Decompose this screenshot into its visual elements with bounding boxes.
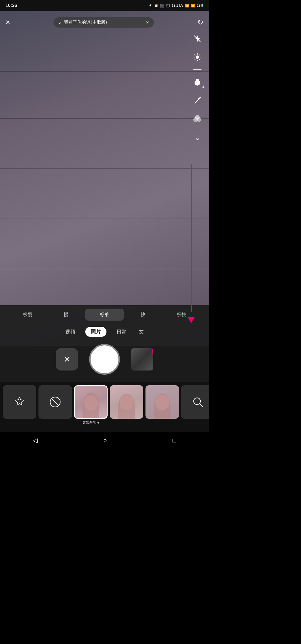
music-title: 我着了你的道(主歌版) (64, 20, 143, 25)
viewfinder (0, 11, 209, 346)
divider (193, 69, 202, 70)
alarm-icon: ⏰ (154, 4, 158, 8)
effect-face3[interactable] (145, 385, 179, 420)
speed-slow[interactable]: 慢 (47, 309, 85, 321)
wifi-icon: 📶 (185, 4, 189, 8)
music-pill[interactable]: ♪ 我着了你的道(主歌版) × (54, 17, 154, 28)
svg-text:✦: ✦ (199, 99, 200, 101)
speed-fast[interactable]: 快 (124, 309, 162, 321)
search-effect-icon-container (181, 385, 209, 419)
mode-bar: 视频 照片 日常 文 (0, 325, 209, 340)
settings-button[interactable] (191, 50, 204, 64)
svg-line-14 (52, 398, 59, 406)
status-time: 10:36 (6, 3, 17, 8)
timer-badge-label: 3 (202, 85, 204, 88)
effect-search[interactable] (181, 385, 209, 420)
svg-text:✦: ✦ (200, 97, 201, 98)
pink-arrow (191, 164, 192, 323)
timer-button[interactable]: 3 (191, 76, 204, 89)
no-effect-icon-container (38, 385, 72, 419)
effect-face2-thumb (110, 385, 143, 419)
chevron-down-icon: ⌄ (194, 133, 201, 142)
flash-off-button[interactable] (191, 32, 204, 45)
network-speed: 13.1 k/s (172, 4, 183, 8)
effect-favorite[interactable] (3, 385, 36, 420)
mode-video[interactable]: 视频 (63, 327, 77, 336)
favorite-icon-container (3, 385, 36, 419)
shutter-row: ✕ (0, 340, 209, 379)
effect-natural-makeup-label: 素颜自然妆 (82, 420, 99, 425)
home-button[interactable]: ○ (100, 434, 110, 447)
vibrate-icon: 📳 (166, 4, 170, 8)
effect-natural-makeup-thumb (74, 385, 108, 419)
svg-point-12 (195, 115, 200, 120)
signal-icon: 📶 (191, 4, 195, 8)
beauty-button[interactable]: ✦ ✦ ✦ (191, 94, 204, 107)
right-icons: 3 ✦ ✦ ✦ ⌄ (191, 32, 204, 144)
svg-line-16 (200, 404, 203, 407)
shutter-button[interactable] (89, 344, 120, 375)
eye-icon: 👁 (149, 4, 152, 8)
effect-none[interactable] (38, 385, 72, 420)
close-button[interactable]: × (6, 18, 10, 27)
music-close-button[interactable]: × (146, 20, 149, 25)
cancel-icon: ✕ (64, 355, 70, 364)
bottom-panel: 极慢 慢 标准 快 极快 视频 照片 日常 文 ✕ (0, 305, 209, 382)
effects-bar: 素颜自然妆 (0, 382, 209, 432)
more-button[interactable]: ⌄ (191, 131, 204, 144)
gallery-thumbnail[interactable] (131, 348, 153, 371)
status-bar: 10:36 👁 ⏰ 📷 📳 13.1 k/s 📶 📶 28% (0, 0, 209, 11)
speed-bar: 极慢 慢 标准 快 极快 (0, 305, 209, 324)
battery-pct: 28% (197, 4, 203, 8)
top-bar: × ♪ 我着了你的道(主歌版) × ↻ (0, 13, 209, 32)
refresh-button[interactable]: ↻ (197, 18, 203, 27)
svg-line-5 (195, 99, 199, 103)
mode-daily[interactable]: 日常 (114, 327, 129, 336)
effect-face3-thumb (145, 385, 179, 419)
cancel-button[interactable]: ✕ (56, 348, 78, 371)
music-note-icon: ♪ (59, 20, 61, 25)
nav-bar: ◁ ○ □ (0, 432, 209, 449)
svg-point-1 (196, 56, 199, 59)
camera-icon: 📷 (160, 4, 164, 8)
back-button[interactable]: ◁ (30, 434, 40, 447)
color-filter-button[interactable] (191, 112, 204, 126)
effect-face2[interactable] (110, 385, 143, 420)
mode-photo[interactable]: 照片 (85, 327, 106, 337)
speed-standard[interactable]: 标准 (85, 309, 124, 321)
mode-text[interactable]: 文 (137, 327, 146, 336)
recents-button[interactable]: □ (170, 434, 179, 447)
speed-extremely-fast[interactable]: 极快 (162, 309, 201, 321)
status-icons: 👁 ⏰ 📷 📳 13.1 k/s 📶 📶 28% (149, 4, 203, 8)
effect-natural-makeup[interactable]: 素颜自然妆 (74, 385, 108, 425)
speed-extremely-slow[interactable]: 极慢 (8, 309, 47, 321)
